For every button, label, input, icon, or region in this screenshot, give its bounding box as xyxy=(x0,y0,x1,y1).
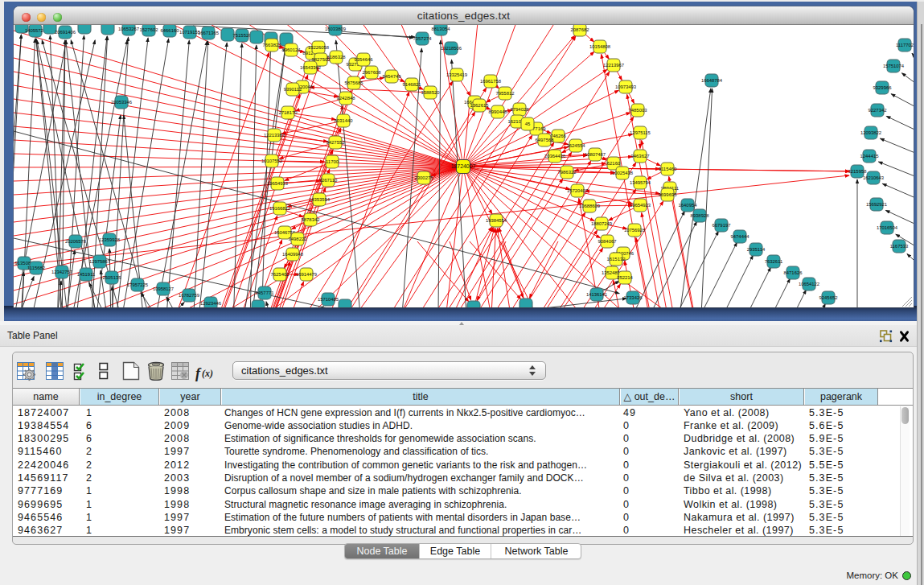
svg-text:1167533: 1167533 xyxy=(890,244,909,249)
svg-text:1451911: 1451911 xyxy=(77,272,96,277)
svg-text:6794028: 6794028 xyxy=(511,107,530,112)
svg-text:1733426: 1733426 xyxy=(624,295,643,300)
svg-text:3215958: 3215958 xyxy=(848,169,868,174)
svg-text:10653267: 10653267 xyxy=(118,27,139,31)
svg-text:7955812: 7955812 xyxy=(496,91,515,96)
svg-text:19384554: 19384554 xyxy=(486,218,507,223)
svg-text:16033809: 16033809 xyxy=(325,27,346,31)
svg-text:8990448: 8990448 xyxy=(489,109,508,114)
svg-text:7357274: 7357274 xyxy=(413,36,433,41)
svg-text:20691406: 20691406 xyxy=(55,30,76,35)
svg-text:9242848: 9242848 xyxy=(337,96,356,101)
svg-text:16409948: 16409948 xyxy=(282,252,304,257)
svg-text:6466160: 6466160 xyxy=(161,28,180,33)
svg-text:13495794: 13495794 xyxy=(630,180,651,185)
svg-text:15720407: 15720407 xyxy=(567,188,588,193)
svg-text:2967608: 2967608 xyxy=(363,70,382,75)
svg-text:12093822: 12093822 xyxy=(860,130,881,135)
svg-text:12213383: 12213383 xyxy=(264,133,285,138)
svg-text:19654933: 19654933 xyxy=(267,181,289,186)
svg-text:12342757: 12342757 xyxy=(51,270,72,274)
svg-text:3267110: 3267110 xyxy=(319,178,338,183)
svg-text:12923446: 12923446 xyxy=(200,301,222,306)
svg-text:16961758: 16961758 xyxy=(480,79,502,84)
svg-text:3624554: 3624554 xyxy=(567,143,586,148)
svg-text:1640954: 1640954 xyxy=(679,203,698,208)
svg-text:3498222: 3498222 xyxy=(289,237,307,241)
svg-text:9457771: 9457771 xyxy=(256,290,274,295)
svg-text:12213967: 12213967 xyxy=(603,63,624,68)
svg-text:8938928: 8938928 xyxy=(691,213,710,218)
svg-text:2718170: 2718170 xyxy=(279,110,298,115)
svg-text:9329966: 9329966 xyxy=(873,85,893,90)
svg-text:7485003: 7485003 xyxy=(629,108,648,113)
svg-text:f: f xyxy=(195,365,202,381)
svg-text:10107552: 10107552 xyxy=(261,159,282,163)
svg-text:19218506: 19218506 xyxy=(441,46,462,51)
svg-text:1615132: 1615132 xyxy=(607,257,626,262)
svg-text:12975867: 12975867 xyxy=(89,259,110,264)
svg-text:9474444: 9474444 xyxy=(731,234,750,239)
svg-text:15710485: 15710485 xyxy=(318,297,339,302)
svg-text:8454749: 8454749 xyxy=(383,74,401,79)
svg-text:16782759: 16782759 xyxy=(179,293,199,298)
svg-text:2087682: 2087682 xyxy=(571,27,589,32)
svg-text:2505135: 2505135 xyxy=(103,275,122,280)
svg-text:8471626: 8471626 xyxy=(784,270,803,275)
svg-text:6497568: 6497568 xyxy=(536,138,555,142)
svg-text:5878342: 5878342 xyxy=(302,217,320,222)
svg-text:12359928: 12359928 xyxy=(99,237,121,242)
svg-text:9699695: 9699695 xyxy=(659,192,678,197)
svg-text:10756928: 10756928 xyxy=(624,228,646,233)
svg-text:9427552: 9427552 xyxy=(326,140,345,145)
svg-text:14136141: 14136141 xyxy=(586,292,607,297)
svg-text:2300275: 2300275 xyxy=(415,175,434,180)
svg-text:13226058: 13226058 xyxy=(308,45,330,50)
svg-text:10958127: 10958127 xyxy=(153,286,174,291)
svg-text:14353594: 14353594 xyxy=(309,197,331,202)
svg-text:7632611: 7632611 xyxy=(765,259,783,264)
svg-text:19166822: 19166822 xyxy=(269,206,290,211)
svg-text:16543362: 16543362 xyxy=(300,65,321,70)
svg-text:1117702: 1117702 xyxy=(896,43,914,47)
svg-text:7663822: 7663822 xyxy=(263,43,281,47)
svg-text:5875685: 5875685 xyxy=(345,80,364,85)
svg-text:9084067: 9084067 xyxy=(598,239,617,244)
svg-text:1527602: 1527602 xyxy=(140,27,158,32)
svg-text:10688609: 10688609 xyxy=(579,204,600,208)
svg-text:10154808: 10154808 xyxy=(589,44,611,49)
svg-text:20364436: 20364436 xyxy=(544,154,566,159)
svg-text:17957225: 17957225 xyxy=(127,282,149,287)
svg-text:1362615: 1362615 xyxy=(470,103,490,108)
svg-text:8960124: 8960124 xyxy=(282,47,302,52)
svg-text:7625402: 7625402 xyxy=(271,272,290,277)
svg-text:(x): (x) xyxy=(202,368,213,379)
svg-text:20053346: 20053346 xyxy=(111,100,133,105)
svg-text:45: 45 xyxy=(525,122,531,126)
svg-text:252214: 252214 xyxy=(617,275,633,280)
svg-text:62160: 62160 xyxy=(607,161,621,166)
svg-text:2935114: 2935114 xyxy=(747,247,766,252)
svg-text:9227342: 9227342 xyxy=(869,108,887,113)
svg-text:1115682: 1115682 xyxy=(27,266,45,270)
svg-text:12975115: 12975115 xyxy=(630,130,651,135)
svg-text:7986322: 7986322 xyxy=(558,170,577,175)
svg-text:11700: 11700 xyxy=(326,159,339,164)
svg-text:18724007: 18724007 xyxy=(451,163,476,169)
svg-text:16914479: 16914479 xyxy=(296,272,317,277)
svg-text:9115460: 9115460 xyxy=(659,167,677,171)
svg-text:9245652: 9245652 xyxy=(819,295,838,300)
svg-text:18807249: 18807249 xyxy=(591,221,612,226)
svg-text:9390112: 9390112 xyxy=(284,87,302,92)
svg-text:17016504: 17016504 xyxy=(877,225,898,230)
svg-text:10973493: 10973493 xyxy=(615,84,637,89)
svg-text:9463627: 9463627 xyxy=(631,154,650,159)
svg-text:16671365: 16671365 xyxy=(198,31,220,35)
svg-text:9146821: 9146821 xyxy=(403,82,421,87)
svg-text:13325419: 13325419 xyxy=(446,72,467,77)
svg-text:10807487: 10807487 xyxy=(585,152,606,157)
svg-text:8186328: 8186328 xyxy=(327,55,347,60)
svg-text:15751074: 15751074 xyxy=(883,64,905,68)
svg-text:9354646: 9354646 xyxy=(355,57,374,62)
svg-text:19654923: 19654923 xyxy=(630,203,651,208)
